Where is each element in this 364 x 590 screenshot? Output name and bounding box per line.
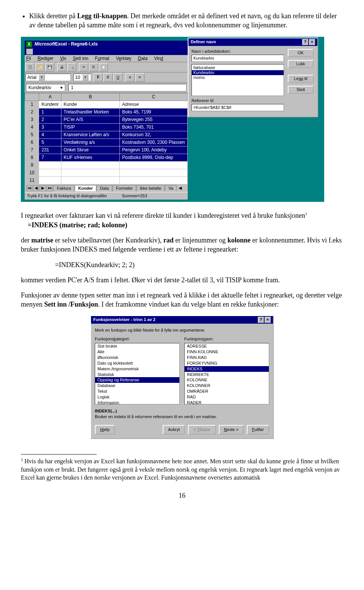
list-item[interactable]: Tekst	[95, 389, 179, 394]
list-item[interactable]: moms	[192, 75, 284, 80]
select-all-cell[interactable]	[25, 93, 39, 101]
cell[interactable]: Konkursvn 32,	[120, 131, 188, 138]
list-item[interactable]: fakturabase	[192, 65, 284, 70]
menu-rediger[interactable]: Rediger	[38, 56, 53, 61]
avbryt-button[interactable]: Avbryt	[163, 425, 185, 434]
preview-icon[interactable]: 🔍	[67, 63, 76, 71]
cell[interactable]: 4	[39, 131, 61, 138]
slett-button[interactable]: Slett	[288, 86, 314, 94]
col-header-b[interactable]: B	[61, 93, 119, 101]
menu-vindu[interactable]: Vind	[154, 56, 163, 61]
cell[interactable]: Kundenr	[39, 101, 61, 108]
list-item[interactable]: INDEKS	[185, 366, 269, 372]
menu-fil[interactable]: Fil	[26, 56, 31, 61]
sheet-tab-ikkebetalte[interactable]: Ikke betalte	[136, 185, 165, 191]
cell[interactable]: 5	[39, 138, 61, 146]
row-header[interactable]: 8	[25, 154, 39, 161]
fontsize-combo[interactable]: 10▾	[73, 74, 91, 81]
cell[interactable]: Pengevn 100, Andeby	[120, 146, 188, 154]
fullfor-button[interactable]: Fullfør	[247, 425, 269, 434]
list-item[interactable]: Statistisk	[95, 372, 179, 378]
list-item[interactable]: Økonomisk	[95, 355, 179, 360]
row-header[interactable]: 2	[25, 108, 39, 116]
tab-nav-prev-icon[interactable]: ◀	[33, 185, 39, 191]
list-item[interactable]: Kundearkiv	[192, 70, 284, 75]
list-item[interactable]: OMRÅDER	[185, 389, 269, 394]
cell[interactable]: 2	[39, 116, 61, 123]
copy-icon[interactable]: ⎘	[89, 63, 98, 71]
cell[interactable]: 231	[39, 146, 61, 154]
sheet-tab-faktura[interactable]: Faktura	[53, 185, 74, 191]
row-header[interactable]: 3	[25, 116, 39, 123]
tab-nav-first-icon[interactable]: ⏮	[26, 185, 32, 191]
list-item[interactable]: Matem./trigonometrisk	[95, 366, 179, 372]
align-center-icon[interactable]: ≡	[135, 73, 144, 82]
list-item[interactable]: KOLONNER	[185, 383, 269, 389]
col-header-a[interactable]: A	[39, 93, 61, 101]
leggtil-button[interactable]: Legg til	[288, 75, 314, 83]
ok-button[interactable]: OK	[288, 49, 314, 57]
cell[interactable]: Bytevegen 255	[120, 116, 188, 123]
cell[interactable]: Boks 7345, 701	[120, 123, 188, 131]
cell[interactable]: PC'er A/S	[61, 116, 119, 123]
refers-to-input[interactable]: =Kunder!$A$2:$C$8	[191, 104, 284, 111]
menu-format[interactable]: Format	[95, 56, 109, 61]
list-item[interactable]: Sist brukte	[95, 343, 179, 349]
cell[interactable]: 7	[39, 154, 61, 161]
sheet-tab-va[interactable]: Va	[165, 185, 177, 191]
sheet-tab-formeler[interactable]: Formeler	[113, 185, 136, 191]
list-item[interactable]: Informasjon	[95, 400, 179, 405]
menu-vis[interactable]: Vis	[60, 56, 66, 61]
list-item[interactable]: Database	[95, 383, 179, 389]
cell[interactable]: Trelasthandler Morken	[61, 108, 119, 116]
close-button[interactable]: ×	[309, 39, 315, 45]
col-header-c[interactable]: C	[120, 93, 188, 101]
sheet-tab-kunder[interactable]: Kunder	[75, 185, 96, 191]
name-box[interactable]: Kundearkiv▾	[26, 84, 65, 91]
row-header[interactable]: 10	[25, 169, 39, 176]
menu-data[interactable]: Data	[138, 56, 147, 61]
cell[interactable]: Onkel Skrue	[61, 146, 119, 154]
list-item[interactable]: Alle	[95, 349, 179, 355]
cell[interactable]: 3	[39, 123, 61, 131]
cell[interactable]: 1	[39, 108, 61, 116]
save-icon[interactable]: 💾	[45, 63, 54, 71]
open-icon[interactable]: 📂	[35, 63, 44, 71]
sheet-tab-data[interactable]: Data	[97, 185, 112, 191]
cell[interactable]: Postboks 9999, Oslo-dep	[120, 154, 188, 161]
italic-button[interactable]: K	[104, 73, 113, 82]
list-item[interactable]: KOLONNE	[185, 377, 269, 383]
list-item[interactable]: FORSKYVNING	[185, 360, 269, 366]
formula-box[interactable]: 1	[68, 84, 187, 91]
menu-verktoy[interactable]: Verktøy	[116, 56, 132, 61]
list-item[interactable]: Dato og klokkeslett	[95, 360, 179, 366]
tab-nav-last-icon[interactable]: ⏭	[47, 185, 53, 191]
hjelp-button[interactable]: Hjelp	[95, 425, 115, 434]
row-header[interactable]: 1	[25, 101, 39, 108]
row-header[interactable]: 5	[25, 131, 39, 138]
cell[interactable]: Kostnadsvn 300, 2300 Plassen	[120, 138, 188, 146]
lukk-button[interactable]: Lukk	[288, 60, 314, 68]
cell[interactable]: KUF v/Hernes	[61, 154, 119, 161]
list-item[interactable]: FINN.KOLONNE	[185, 349, 269, 355]
cell[interactable]: Boks 45, 7199	[120, 108, 188, 116]
row-header[interactable]: 6	[25, 138, 39, 146]
name-input[interactable]: Kundearkiv	[191, 55, 284, 62]
cell[interactable]: TISIP	[61, 123, 119, 131]
list-item[interactable]: ADRESSE	[185, 343, 269, 349]
cell[interactable]: Kunde	[61, 101, 119, 108]
bold-button[interactable]: F	[94, 73, 103, 82]
names-listbox[interactable]: fakturabase Kundearkiv moms	[191, 64, 284, 96]
list-item[interactable]: INDIREKTE	[185, 372, 269, 378]
tilbake-button[interactable]: < Tilbake	[188, 425, 215, 434]
list-item[interactable]: Oppslag og Referanse	[95, 377, 179, 383]
cell[interactable]: Adresse	[120, 101, 188, 108]
close-button[interactable]: ×	[265, 317, 271, 323]
underline-button[interactable]: U	[113, 73, 122, 82]
list-item[interactable]: FINN.RAD	[185, 355, 269, 360]
align-left-icon[interactable]: ≡	[126, 73, 135, 82]
menu-settinn[interactable]: Sett inn	[73, 56, 88, 61]
cut-icon[interactable]: ✂	[79, 63, 88, 71]
function-list[interactable]: ADRESSE FINN.KOLONNE FINN.RAD FORSKYVNIN…	[184, 343, 269, 404]
cell[interactable]: Kranservice Løften a/s	[61, 131, 119, 138]
